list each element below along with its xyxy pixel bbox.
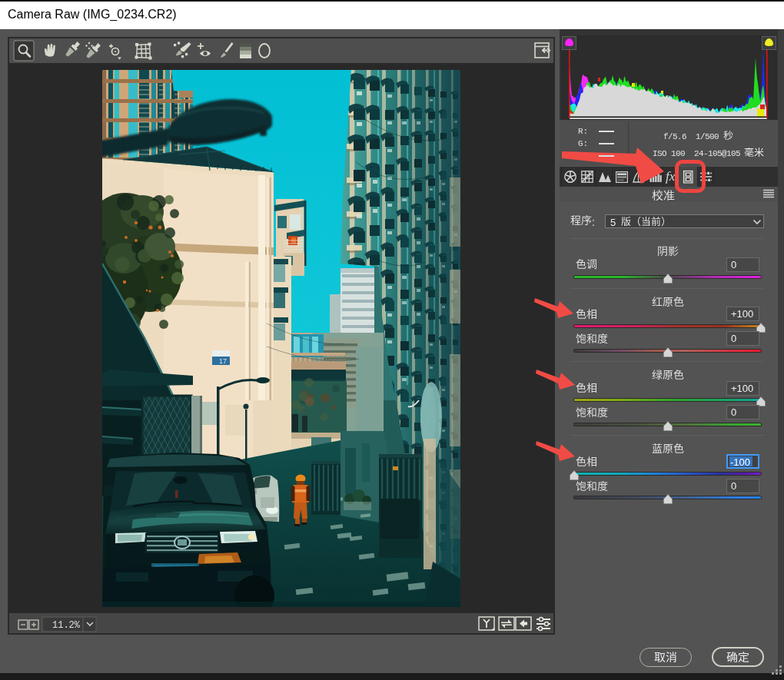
svg-text:17: 17 [219, 357, 227, 365]
svg-text:11.2%: 11.2% [52, 620, 81, 631]
